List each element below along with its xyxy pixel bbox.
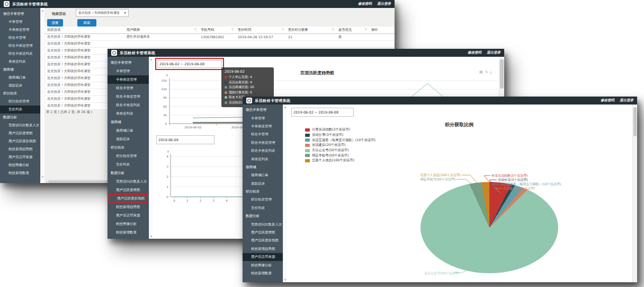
legend-item[interactable]: 绑定手机号(50个乐活币) — [305, 153, 375, 158]
sidebar-item-竞价列表[interactable]: 竞价列表 — [0, 106, 40, 114]
sidebar-item-卡券管理[interactable]: 卡券管理 — [108, 67, 149, 75]
date-range-input[interactable]: 2019-06-02 ~ 2019-06-08 — [291, 108, 354, 117]
sidebar-item-联名卡管理[interactable]: 联名卡管理 — [108, 84, 149, 92]
sidebar-item-联名卡推送列表[interactable]: 联名卡推送列表 — [108, 101, 149, 109]
sidebar-item-粉丝新增数量[interactable]: 粉丝新增数量 — [243, 269, 283, 277]
logout-link[interactable]: 退出登录 — [487, 50, 500, 55]
refresh-button[interactable]: 刷新 — [77, 19, 96, 27]
sidebar-item-卡券推送管理[interactable]: 卡券推送管理 — [0, 26, 40, 34]
change-password-link[interactable]: 修改密码 — [601, 98, 614, 103]
legend-item[interactable]: 分享乐活拍数(3个乐活币) — [305, 127, 375, 133]
sidebar-item-卡券管理[interactable]: 卡券管理 — [243, 114, 283, 122]
scroll-down-icon[interactable]: ▼ — [284, 279, 286, 281]
table-row[interactable]: 首次拍卖！大师级的手绘课堂爱吃草的兔斯基135678819922019-04-2… — [45, 33, 395, 40]
sidebar-item-粉丝新增数量[interactable]: 粉丝新增数量 — [108, 228, 149, 237]
sidebar-item-联名卡推送列表[interactable]: 联名卡推送列表 — [0, 50, 40, 58]
sidebar-item-粉丝画像分析[interactable]: 粉丝画像分析 — [243, 261, 283, 269]
sidebar-item-粉丝新增趋势图[interactable]: 粉丝新增趋势图 — [108, 203, 149, 211]
logout-link[interactable]: 退出登录 — [377, 2, 391, 6]
column-header-操作[interactable]: 操作 — [369, 27, 395, 33]
sidebar-item-竞价列表[interactable]: 竞价列表 — [108, 160, 149, 169]
scroll-up-icon[interactable]: ▲ — [150, 58, 152, 60]
column-header-用户昵称[interactable]: 用户昵称⇅ — [124, 27, 199, 33]
sidebar-item-联名卡推送管理[interactable]: 联名卡推送管理 — [108, 92, 149, 101]
sort-icon[interactable]: ⇅ — [231, 28, 234, 31]
sidebar-item-联名卡推送列表[interactable]: 联名卡推送列表 — [243, 147, 283, 155]
scrollbar-thumb[interactable] — [633, 107, 637, 136]
content-scrollbar[interactable]: ▲▼ — [283, 105, 287, 282]
sidebar-item-页面访问次数及人次[interactable]: 页面访问次数及人次 — [0, 121, 40, 129]
legend-item[interactable]: 活动分享(3个乐活币) — [305, 133, 375, 138]
legend-item[interactable]: 关注公众号(50个乐活币) — [305, 148, 375, 153]
date-input[interactable]: 2019-06-09 — [156, 135, 214, 144]
scroll-down-icon[interactable]: ▼ — [42, 176, 43, 178]
legend-item[interactable]: 乐活宝观看（每周五可领取）(10个乐活币) — [305, 137, 375, 143]
sidebar-item-粉丝画像分析[interactable]: 粉丝画像分析 — [108, 220, 149, 228]
sidebar-item-卡券管理[interactable]: 卡券管理 — [0, 18, 40, 26]
change-password-link[interactable]: 修改密码 — [358, 2, 372, 6]
vertical-scrollbar[interactable] — [632, 105, 637, 282]
auction-activity-select[interactable]: 首次拍卖！大师级的手绘课堂 ▼ — [76, 9, 129, 17]
sidebar-item-微商城订单[interactable]: 微商城订单 — [108, 126, 149, 135]
change-password-link[interactable]: 修改密码 — [468, 50, 481, 55]
table-row[interactable]: 首次拍卖！大师级的手绘课堂 — [45, 40, 395, 47]
sort-icon[interactable]: ⇅ — [281, 28, 284, 31]
content-scrollbar[interactable]: ▲▼ — [149, 57, 153, 239]
sidebar-item-积分拍卖管理[interactable]: 积分拍卖管理 — [0, 98, 40, 106]
sidebar-item-卡券推送管理[interactable]: 卡券推送管理 — [243, 123, 283, 131]
sidebar-item-卡券推送管理[interactable]: 卡券推送管理 — [108, 75, 149, 84]
scrollbar-thumb[interactable] — [500, 59, 504, 89]
sidebar-item-券推送列表[interactable]: 券推送列表 — [243, 155, 283, 163]
search-button[interactable]: 搜索 — [47, 19, 63, 27]
pie-chart[interactable] — [421, 182, 558, 273]
sidebar-item-用户活跃度折线图[interactable]: 用户活跃度折线图 — [0, 137, 40, 145]
scroll-left-icon[interactable]: ◄ — [44, 180, 48, 183]
content-scrollbar[interactable]: ▲▼ — [40, 8, 44, 179]
sidebar-item-用户乐活币来源[interactable]: 用户乐活币来源 — [0, 153, 40, 161]
sidebar-item-退款记录[interactable]: 退款记录 — [243, 180, 283, 188]
sidebar-item-粉丝新增趋势图[interactable]: 粉丝新增趋势图 — [243, 245, 283, 253]
sidebar-item-券推送列表[interactable]: 券推送列表 — [108, 109, 149, 118]
sort-icon[interactable]: ⇅ — [194, 28, 196, 31]
sidebar-item-粉丝新增趋势图[interactable]: 粉丝新增趋势图 — [0, 145, 40, 153]
sidebar-item-微商城订单[interactable]: 微商城订单 — [243, 171, 283, 179]
sidebar-item-退款记录[interactable]: 退款记录 — [0, 82, 40, 90]
sidebar-item-用户乐活币来源[interactable]: 用户乐活币来源 — [108, 211, 149, 220]
scroll-up-icon[interactable]: ▲ — [42, 9, 43, 12]
logout-link[interactable]: 退出登录 — [620, 98, 633, 103]
sidebar-item-用户活跃度饼图[interactable]: 用户活跃度饼图 — [0, 129, 40, 137]
sidebar-item-微商城订单[interactable]: 微商城订单 — [0, 74, 40, 82]
sidebar-item-页面访问次数及人次[interactable]: 页面访问次数及人次 — [108, 177, 149, 186]
sidebar-item-用户活跃度饼图[interactable]: 用户活跃度饼图 — [108, 186, 149, 194]
restore-icon[interactable]: ↻ — [485, 70, 488, 74]
sidebar-item-积分拍卖管理[interactable]: 积分拍卖管理 — [108, 152, 149, 160]
legend-item[interactable]: 完善个人信息(100个乐活币) — [305, 158, 375, 163]
sidebar-item-退款记录[interactable]: 退款记录 — [108, 135, 149, 143]
column-header-竞价积分数量[interactable]: 竞价积分数量⇅ — [286, 27, 336, 33]
legend-item[interactable]: 乐活建议(20个乐活币) — [305, 143, 375, 148]
column-header-竞价时间[interactable]: 竞价时间⇅ — [236, 27, 286, 33]
save-image-icon[interactable]: ⤓ — [490, 70, 492, 74]
sidebar-item-联名卡推送管理[interactable]: 联名卡推送管理 — [243, 139, 283, 147]
sidebar-item-粉丝新增数量[interactable]: 粉丝新增数量 — [0, 169, 40, 177]
sidebar-item-用户活跃度饼图[interactable]: 用户活跃度饼图 — [243, 229, 283, 237]
sidebar-item-联名卡管理[interactable]: 联名卡管理 — [0, 34, 40, 42]
sidebar-item-联名卡推送管理[interactable]: 联名卡推送管理 — [0, 42, 40, 50]
sidebar-item-用户乐活币来源[interactable]: 用户乐活币来源 — [243, 253, 283, 261]
scroll-up-icon[interactable]: ▲ — [284, 106, 286, 108]
date-range-input[interactable]: 2019-06-02 ~ 2019-06-08 — [157, 60, 222, 68]
column-header-手机号码[interactable]: 手机号码⇅ — [199, 27, 236, 33]
sidebar-item-券推送列表[interactable]: 券推送列表 — [0, 58, 40, 66]
sidebar-item-用户活跃度折线图[interactable]: 用户活跃度折线图 — [109, 194, 148, 203]
data-view-icon[interactable]: ▤ — [479, 70, 483, 74]
sort-icon[interactable]: ⇅ — [332, 28, 334, 31]
sidebar-item-积分拍卖管理[interactable]: 积分拍卖管理 — [243, 196, 283, 204]
column-header-拍卖活动[interactable]: 拍卖活动 — [45, 27, 124, 33]
sidebar-item-页面访问次数及人次[interactable]: 页面访问次数及人次 — [243, 220, 283, 228]
column-header-是否优先[interactable]: 是否优先⇅ — [336, 27, 369, 33]
sidebar-item-联名卡管理[interactable]: 联名卡管理 — [243, 131, 283, 138]
sidebar-item-粉丝画像分析[interactable]: 粉丝画像分析 — [0, 161, 40, 169]
scroll-down-icon[interactable]: ▼ — [150, 235, 152, 238]
sidebar-item-用户活跃度折线图[interactable]: 用户活跃度折线图 — [243, 237, 283, 245]
sort-icon[interactable]: ⇅ — [364, 28, 367, 31]
